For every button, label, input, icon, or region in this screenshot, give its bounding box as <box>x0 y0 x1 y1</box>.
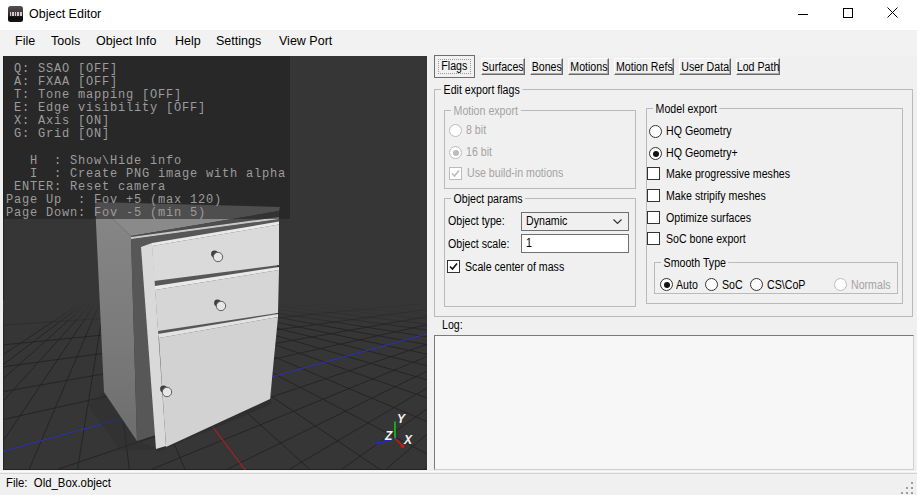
svg-text:Z: Z <box>384 429 393 443</box>
svg-text:X: X <box>403 433 413 447</box>
svg-text:Y: Y <box>397 412 406 426</box>
